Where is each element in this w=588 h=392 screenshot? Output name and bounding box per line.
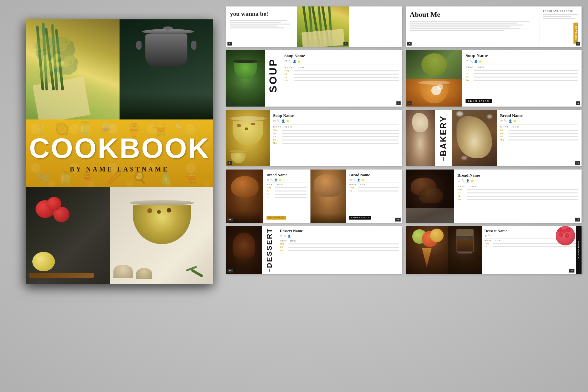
- from-italy-badge: FROM ITALY: [267, 216, 286, 220]
- soup-recipe-page-1: Soup Name ⏱🥄👤⭐ WHAT HOW 350g 1/3: [281, 50, 402, 107]
- page-num-9: 9: [227, 161, 232, 165]
- what-label-1: WHAT: [284, 67, 293, 68]
- from-japan-badge: FROM JAPAN: [466, 99, 492, 103]
- soup-recipe-name-3: Soup Name: [273, 113, 399, 118]
- page-num-6: 6: [396, 101, 401, 105]
- from-france-badge: FROM FRANCE: [349, 216, 371, 220]
- soup-recipe-page-2: Soup Name ⏱🥄👤⭐ WHAT HOW 1/3 1/4: [462, 50, 582, 107]
- page-num-4: 4: [576, 42, 581, 46]
- spread-bread-1: Bread Name ⏱🥄👤⭐ WHAT HOW 350g 3 a: [226, 170, 402, 223]
- cookbook-author: BY NAME LASTNAME: [70, 166, 169, 173]
- spread-asparagus-img: 2: [297, 6, 349, 47]
- bread-name-1: Bread Name: [267, 173, 307, 178]
- spread-soup-2: 7 Soup Name ⏱🥄👤⭐ WHAT HOW 1/3 1/4: [406, 50, 582, 107]
- dessert-recipe-1: Dessert Name ⏱🥄👤 WHAT HOW 310g 1/2: [277, 226, 402, 274]
- bread-dark-img: [406, 170, 454, 223]
- page-num-3: 3: [407, 42, 412, 46]
- bread-baking-img: [452, 110, 497, 166]
- cover-title-band: 🍴 🥘 🫙 ⚗️ 🏺 🫕 🥄 🧤 🫙 🏺 🥢 🍳 🧴 🫕 COOKBOOK BY…: [26, 119, 213, 187]
- soup-green-img: 5: [226, 50, 265, 107]
- cream-soup-img: 9: [226, 110, 270, 166]
- how-label-1: HOW: [298, 67, 305, 68]
- soup-recipe-3: Soup Name ⏱🥄👤⭐ WHAT HOW 350g 1/3: [270, 110, 402, 166]
- dessert-dark-img: 15: [226, 226, 262, 274]
- soup-category-label: SOUP: [267, 58, 279, 93]
- page-num-5: 5: [227, 101, 232, 105]
- cover-pot-image: [120, 19, 213, 119]
- spread-soup-1: 5 SOUP Soup Name ⏱🥄👤⭐ WHAT HOW: [226, 50, 402, 107]
- bread-recipe-left: Bread Name ⏱🥄👤⭐ WHAT HOW 350g 3 a: [263, 170, 310, 223]
- spread-about-me: About Me 3 FRESH AND ORGANIC 10 YEARS: [406, 6, 582, 47]
- bread-name-3: Bread Name: [457, 173, 578, 178]
- fresh-organic-label: FRESH AND ORGANIC: [543, 10, 578, 12]
- cover-tomato-image: [26, 187, 110, 284]
- bread-img-2: [310, 170, 346, 223]
- bread-name-2: Bread Name: [349, 173, 399, 178]
- about-me-page: About Me 3: [406, 6, 540, 47]
- bread-recipe-name-1: Bread Name: [500, 113, 578, 118]
- dessert-name-1: Dessert Name: [280, 229, 399, 234]
- soup-recipe-name-2: Soup Name: [466, 53, 578, 58]
- orange-soup-img: 7: [406, 50, 462, 107]
- spread-bread-2: Bread Name ⏱🥄👤⭐ WHAT HOW 430g 1/3: [406, 170, 582, 223]
- dessert-icecream-img: [406, 226, 448, 274]
- spread-dessert-2: Dessert Name ⏱🥄 WHAT HOW 350g 1/3: [406, 226, 582, 274]
- spread-dessert-1: 15 DESSERT Dessert Name ⏱🥄👤 WHAT HOW: [226, 226, 402, 274]
- dessert-glass-img: [448, 226, 482, 274]
- dessert-recipe-2: Dessert Name ⏱🥄 WHAT HOW 350g 1/3: [482, 226, 582, 274]
- years-badge: 10 YEARS: [573, 23, 578, 44]
- page-num-10: 10: [575, 161, 580, 165]
- soup-recipe-name-1: Soup Name: [284, 53, 399, 58]
- bread-img-1: [226, 170, 263, 223]
- page-num-8: 8: [576, 101, 581, 105]
- spread-bakery: BAKERY Bread Name ⏱🥄👤⭐: [406, 110, 582, 166]
- intro-big-title: you wanna be!: [230, 10, 293, 18]
- bread-recipe-1: Bread Name ⏱🥄👤⭐ WHAT HOW 1/3 1/4: [497, 110, 582, 166]
- page-num-1: 1: [227, 42, 232, 46]
- page-num-7: 7: [407, 101, 412, 105]
- cookbook-cover: 🍴 🥘 🫙 ⚗️ 🏺 🫕 🥄 🧤 🫙 🏺 🥢 🍳 🧴 🫕 COOKBOOK BY…: [26, 19, 213, 284]
- cover-soup-bowl-image: [110, 187, 213, 284]
- about-me-title: About Me: [410, 10, 536, 19]
- spread-soup-3: 9 Soup Name ⏱🥄👤⭐ WHAT HOW 350g 1/3: [226, 110, 402, 166]
- bread-recipe-final: Bread Name ⏱🥄👤⭐ WHAT HOW 430g 1/3: [454, 170, 582, 223]
- bakery-category-label: BAKERY: [438, 115, 448, 156]
- bread-recipe-right: Bread Name ⏱🥄👤⭐ WHAT HOW 350g 1/2: [346, 170, 402, 223]
- cover-asparagus-image: [26, 19, 120, 119]
- cookbook-title: COOKBOOK: [29, 134, 210, 162]
- dessert-category-label: DESSERT: [265, 228, 274, 268]
- from-france-vertical: FROM FRANCE: [578, 241, 580, 259]
- page-num-2: 2: [343, 42, 348, 46]
- spread-intro: you wanna be! 1: [226, 6, 402, 47]
